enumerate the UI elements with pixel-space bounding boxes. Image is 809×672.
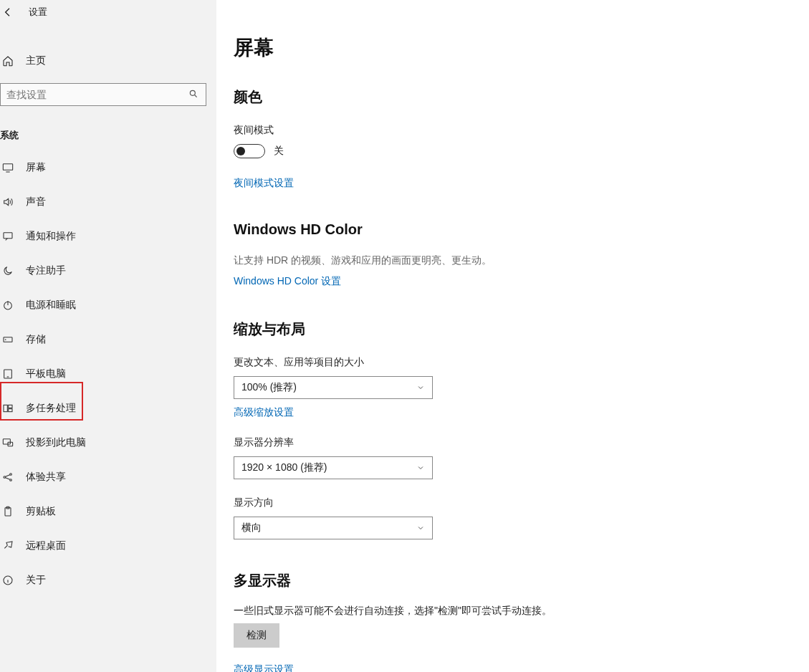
night-mode-toggle[interactable] (234, 144, 265, 158)
sidebar-item-label: 投影到此电脑 (26, 436, 86, 449)
info-icon (1, 574, 14, 587)
night-mode-settings-link[interactable]: 夜间模式设置 (234, 177, 294, 190)
chevron-down-icon (416, 383, 425, 392)
change-size-label: 更改文本、应用等项目的大小 (234, 356, 809, 369)
project-icon (1, 436, 14, 449)
sidebar-section-label: 系统 (0, 129, 216, 142)
resolution-value: 1920 × 1080 (推荐) (241, 461, 327, 474)
search-icon (188, 89, 200, 100)
sidebar-item-clipboard[interactable]: 剪贴板 (0, 494, 216, 529)
svg-rect-8 (9, 405, 12, 408)
multitask-icon (1, 402, 14, 415)
section-hd-heading: Windows HD Color (234, 221, 809, 238)
svg-point-5 (5, 340, 6, 340)
sidebar-item-remote[interactable]: 远程桌面 (0, 529, 216, 563)
clipboard-icon (1, 505, 14, 518)
sidebar-item-notifications[interactable]: 通知和操作 (0, 219, 216, 254)
remote-icon (1, 539, 14, 552)
resolution-select[interactable]: 1920 × 1080 (推荐) (234, 456, 433, 479)
back-label: 设置 (29, 6, 47, 19)
sidebar-item-label: 屏幕 (26, 161, 46, 174)
sidebar-nav: 屏幕 声音 通知和操作 专注助手 (0, 150, 216, 597)
scale-value: 100% (推荐) (241, 381, 297, 394)
chevron-down-icon (416, 524, 425, 532)
night-mode-label: 夜间模式 (234, 124, 809, 137)
advanced-scale-link[interactable]: 高级缩放设置 (234, 406, 294, 419)
svg-point-12 (4, 476, 6, 479)
orientation-select[interactable]: 横向 (234, 517, 433, 539)
sidebar-item-label: 远程桌面 (26, 539, 66, 552)
sidebar-item-label: 存储 (26, 333, 46, 346)
svg-rect-10 (3, 439, 10, 444)
sidebar-item-label: 平板电脑 (26, 368, 66, 380)
sidebar-item-label: 剪贴板 (26, 505, 56, 518)
sidebar-item-multitasking[interactable]: 多任务处理 (0, 391, 216, 426)
search-input[interactable] (6, 89, 188, 100)
sidebar-item-display[interactable]: 屏幕 (0, 150, 216, 185)
orientation-value: 横向 (241, 522, 262, 534)
orientation-label: 显示方向 (234, 496, 809, 509)
sidebar-home[interactable]: 主页 (0, 46, 216, 76)
svg-rect-2 (4, 233, 12, 239)
resolution-label: 显示器分辨率 (234, 436, 809, 449)
share-icon (1, 471, 14, 484)
svg-point-14 (10, 479, 12, 481)
section-color-heading: 颜色 (234, 87, 809, 107)
sidebar-item-shared[interactable]: 体验共享 (0, 460, 216, 494)
sidebar-item-label: 关于 (26, 574, 46, 587)
night-mode-state: 关 (274, 145, 284, 158)
chat-icon (1, 230, 14, 243)
sound-icon (1, 196, 14, 208)
svg-point-0 (190, 90, 195, 95)
hd-desc: 让支持 HDR 的视频、游戏和应用的画面更明亮、更生动。 (234, 252, 809, 268)
section-multi-heading: 多显示器 (234, 571, 809, 590)
sidebar-item-tablet[interactable]: 平板电脑 (0, 357, 216, 391)
tablet-icon (1, 368, 14, 380)
sidebar-item-label: 通知和操作 (26, 230, 76, 243)
scale-select[interactable]: 100% (推荐) (234, 376, 433, 399)
svg-rect-7 (4, 405, 7, 411)
sidebar-item-sound[interactable]: 声音 (0, 185, 216, 219)
sidebar-item-label: 专注助手 (26, 264, 66, 277)
advanced-display-link[interactable]: 高级显示设置 (234, 663, 809, 672)
detect-button[interactable]: 检测 (234, 623, 279, 648)
sidebar: 设置 主页 系统 屏幕 (0, 0, 216, 672)
hd-settings-link[interactable]: Windows HD Color 设置 (234, 275, 341, 288)
back-button[interactable]: 设置 (0, 3, 216, 26)
svg-rect-9 (9, 409, 12, 412)
svg-rect-1 (3, 164, 12, 171)
sidebar-item-project[interactable]: 投影到此电脑 (0, 426, 216, 460)
sidebar-item-label: 体验共享 (26, 471, 66, 484)
sidebar-item-about[interactable]: 关于 (0, 563, 216, 597)
chevron-down-icon (416, 464, 425, 472)
multi-desc: 一些旧式显示器可能不会进行自动连接，选择"检测"即可尝试手动连接。 (234, 605, 809, 618)
main-content: 屏幕 颜色 夜间模式 关 夜间模式设置 Windows HD Color 让支持… (216, 0, 809, 672)
display-icon (1, 161, 14, 174)
sidebar-item-label: 声音 (26, 196, 46, 208)
sidebar-item-label: 电源和睡眠 (26, 299, 76, 312)
arrow-left-icon (1, 6, 14, 19)
moon-icon (1, 264, 14, 277)
section-scale-heading: 缩放与布局 (234, 320, 809, 339)
sidebar-item-focus[interactable]: 专注助手 (0, 254, 216, 288)
svg-point-13 (10, 474, 12, 476)
sidebar-item-power[interactable]: 电源和睡眠 (0, 288, 216, 322)
page-title: 屏幕 (234, 34, 809, 62)
sidebar-item-storage[interactable]: 存储 (0, 322, 216, 357)
power-icon (1, 299, 14, 312)
sidebar-item-label: 多任务处理 (26, 402, 76, 415)
home-icon (1, 54, 14, 67)
home-label: 主页 (26, 54, 46, 67)
storage-icon (1, 333, 14, 346)
search-input-wrap[interactable] (0, 83, 206, 106)
